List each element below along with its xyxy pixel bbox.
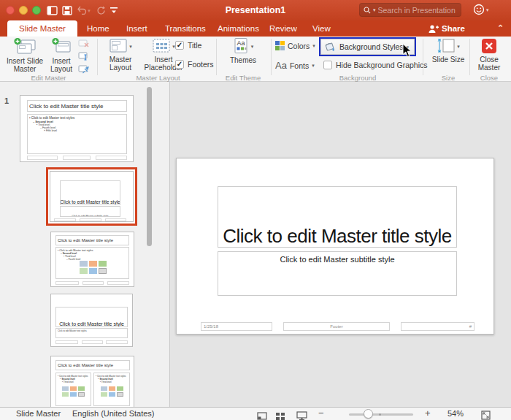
- collapse-ribbon-chevron[interactable]: ⌃: [497, 20, 504, 37]
- table-icon: [62, 386, 69, 391]
- table-icon: [101, 386, 107, 391]
- slide-size-icon: [437, 37, 456, 55]
- image-icon: [109, 392, 115, 397]
- picture-icon: [62, 392, 69, 397]
- tab-view[interactable]: View: [312, 20, 331, 37]
- slideshow-icon: [296, 411, 307, 420]
- thumbnail-slide-master[interactable]: Click to edit Master title style Click t…: [20, 95, 134, 162]
- slide-date-placeholder[interactable]: 1/25/18: [201, 322, 272, 331]
- normal-view-button[interactable]: [257, 410, 267, 420]
- insert-slide-master-button[interactable]: Insert Slide Master: [4, 37, 45, 73]
- ribbon: Insert Slide Master Insert Layout Edit M…: [0, 37, 511, 82]
- ribbon-tabs: Slide Master Home Insert Transitions Ani…: [0, 20, 511, 37]
- slide-size-label: Slide Size: [432, 56, 464, 64]
- slide-thumbnail-panel: 1 Click to edit Master title style Click…: [0, 82, 170, 407]
- slide-subtitle-placeholder[interactable]: Click to edit Master subtitle style: [218, 251, 457, 296]
- zoom-percentage[interactable]: 54%: [447, 408, 464, 420]
- hide-background-graphics-box[interactable]: [323, 61, 332, 69]
- thumb-content-right: Click to edit Master text styles Second …: [93, 373, 130, 406]
- slide-title-placeholder[interactable]: Click to edit Master title style: [218, 186, 457, 248]
- powerpoint-window: ▾ Presentation1 ▾ Search in Presentation…: [0, 0, 511, 420]
- fit-to-window-icon: [481, 411, 491, 420]
- colors-icon: [275, 41, 285, 50]
- group-separator: [423, 39, 423, 75]
- themes-button[interactable]: Aa ▾ Themes: [221, 37, 265, 65]
- title-checkbox-box[interactable]: ✓: [175, 41, 184, 50]
- slideshow-button[interactable]: [296, 410, 307, 420]
- footers-checkbox[interactable]: ✓ Footers: [175, 60, 214, 69]
- zoom-slider-thumb[interactable]: [364, 409, 373, 419]
- thumbnail-title-slide-layout-selected[interactable]: Click to edit Master title style Click t…: [46, 167, 137, 226]
- tab-slide-master[interactable]: Slide Master: [7, 20, 77, 37]
- close-window-button[interactable]: [6, 6, 15, 15]
- delete-slide-icon: [78, 39, 90, 48]
- slide-footer-placeholder[interactable]: Footer: [283, 322, 390, 331]
- minimize-window-button[interactable]: [19, 6, 28, 15]
- search-input[interactable]: ▾ Search in Presentation: [359, 3, 461, 17]
- close-master-button[interactable]: Close Master: [470, 37, 508, 72]
- thumb-footer-box: [96, 156, 127, 160]
- insert-layout-label: Insert Layout: [46, 58, 77, 73]
- toolbar-options-icon[interactable]: [108, 4, 120, 16]
- save-icon[interactable]: [61, 4, 73, 16]
- insert-layout-button[interactable]: Insert Layout: [46, 37, 77, 73]
- search-scope-caret[interactable]: ▾: [373, 7, 376, 12]
- thumbnail-scrollbar[interactable]: [147, 87, 152, 246]
- thumb-title-text: Click to edit Master title style: [55, 235, 129, 245]
- slide-editing-surface[interactable]: Click to edit Master title style Click t…: [176, 158, 494, 335]
- themes-label: Themes: [230, 57, 256, 65]
- group-separator: [271, 39, 272, 75]
- zoom-window-button[interactable]: [32, 6, 41, 15]
- delete-slide-button[interactable]: [77, 38, 91, 49]
- share-button[interactable]: Share: [428, 20, 465, 37]
- thumbnail-section-header-layout[interactable]: Click to edit Master title style Click t…: [50, 294, 133, 347]
- footers-checkbox-box[interactable]: ✓: [175, 60, 184, 69]
- thumb-title-text: Click to edit Master title style: [55, 360, 130, 370]
- chart-icon: [89, 261, 97, 267]
- group-separator: [97, 39, 98, 75]
- image-icon: [70, 392, 77, 397]
- thumb-content-left: Click to edit Master text styles Second …: [55, 373, 91, 406]
- title-checkbox[interactable]: ✓ Title: [175, 41, 201, 50]
- tab-home[interactable]: Home: [87, 20, 110, 37]
- undo-dropdown-caret[interactable]: ▾: [86, 4, 92, 16]
- feedback-smiley-button[interactable]: ▾: [473, 4, 489, 15]
- rename-slide-button[interactable]: [77, 51, 91, 62]
- hide-background-graphics-checkbox[interactable]: Hide Background Graphics: [323, 61, 427, 69]
- picture-icon: [101, 392, 107, 397]
- toggle-sidebar-icon[interactable]: [46, 4, 58, 16]
- thumbnail-two-content-layout[interactable]: Click to edit Master title style Click t…: [50, 356, 134, 407]
- slide-sorter-button[interactable]: [275, 410, 285, 420]
- slide-number-placeholder[interactable]: #: [401, 322, 474, 331]
- svg-text:Aa: Aa: [237, 39, 245, 47]
- redo-icon[interactable]: [95, 4, 107, 16]
- thumb-master-title: Click to edit Master title style: [27, 100, 127, 112]
- zoom-out-button[interactable]: −: [318, 408, 324, 420]
- thumbnail-title-content-layout[interactable]: Click to edit Master title style Click t…: [50, 232, 134, 287]
- thumb-footer-box: [55, 340, 78, 344]
- normal-view-icon: [257, 412, 267, 420]
- master-layout-button[interactable]: ▾ Master Layout: [100, 37, 141, 72]
- statusbar-view-label[interactable]: Slide Master: [16, 408, 61, 420]
- colors-button[interactable]: Colors ▾: [275, 41, 315, 50]
- themes-icon: Aa: [233, 37, 250, 56]
- fonts-button[interactable]: Aa Fonts ▾: [275, 60, 315, 71]
- group-separator: [216, 39, 217, 75]
- tab-insert[interactable]: Insert: [126, 20, 147, 37]
- thumb-bullet: Third level: [58, 381, 89, 383]
- tab-transitions[interactable]: Transitions: [165, 20, 206, 37]
- fit-slide-to-window-button[interactable]: [481, 410, 491, 420]
- media-icon: [78, 392, 85, 397]
- image-icon: [89, 268, 97, 274]
- statusbar-language[interactable]: English (United States): [72, 408, 155, 420]
- thumb-footer-box: [105, 218, 126, 221]
- slide-size-caret: ▾: [457, 44, 460, 49]
- table-icon: [80, 261, 88, 267]
- thumb-content-box: Click to edit Master text styles Second …: [55, 247, 129, 279]
- tab-review[interactable]: Review: [269, 20, 297, 37]
- slide-size-button[interactable]: ▾ Slide Size: [429, 37, 468, 64]
- zoom-slider-track[interactable]: [349, 413, 413, 416]
- group-label-size: Size: [429, 74, 468, 82]
- tab-animations[interactable]: Animations: [218, 20, 259, 37]
- zoom-in-button[interactable]: +: [425, 408, 431, 420]
